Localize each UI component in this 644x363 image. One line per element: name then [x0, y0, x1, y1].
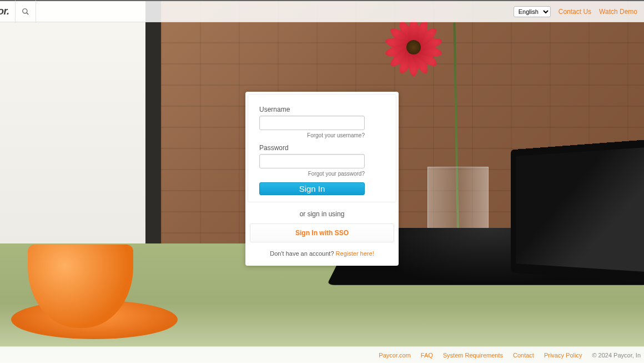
username-label: Username	[259, 106, 385, 113]
sign-in-sso-button[interactable]: Sign In with SSO	[250, 223, 394, 242]
register-link[interactable]: Register here!	[336, 250, 374, 257]
username-input[interactable]	[259, 116, 365, 130]
footer-link-contact[interactable]: Contact	[513, 352, 534, 359]
login-card: Username Forgot your username? Password …	[245, 92, 399, 266]
no-account-text: Don't have an account?	[270, 250, 335, 257]
flower-icon	[383, 17, 444, 78]
footer-link-sysreq[interactable]: System Requirements	[443, 352, 503, 359]
sign-in-button[interactable]: Sign In	[259, 182, 365, 195]
search-button[interactable]	[16, 1, 36, 23]
brand-logo: or.	[0, 6, 15, 17]
svg-line-1	[26, 12, 28, 14]
contact-us-link[interactable]: Contact Us	[559, 8, 591, 16]
divider	[36, 1, 36, 23]
svg-point-0	[22, 8, 27, 13]
topbar: or. English Contact Us Watch Demo	[0, 0, 644, 22]
forgot-username-link[interactable]: Forgot your username?	[259, 132, 365, 138]
language-select[interactable]: English	[514, 6, 551, 17]
or-sign-in-text: or sign in using	[248, 210, 396, 218]
search-icon	[22, 8, 29, 16]
copyright-text: © 2024 Paycor, In	[592, 352, 641, 359]
footer: Paycor.com FAQ System Requirements Conta…	[0, 346, 644, 363]
footer-link-privacy[interactable]: Privacy Policy	[544, 352, 582, 359]
register-prompt: Don't have an account? Register here!	[248, 245, 396, 263]
watch-demo-link[interactable]: Watch Demo	[599, 8, 637, 16]
footer-link-paycor[interactable]: Paycor.com	[379, 352, 410, 359]
coffee-cup	[11, 239, 144, 339]
background-window	[0, 0, 161, 261]
forgot-password-link[interactable]: Forgot your password?	[259, 171, 365, 177]
password-input[interactable]	[259, 154, 365, 168]
password-label: Password	[259, 144, 385, 152]
footer-link-faq[interactable]: FAQ	[421, 352, 433, 359]
